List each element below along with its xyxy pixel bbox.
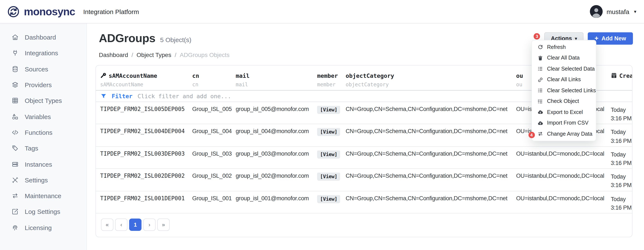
sidebar-item-dashboard[interactable]: Dashboard [0, 29, 86, 45]
view-button[interactable]: [View] [317, 195, 340, 203]
sidebar-item-licensing[interactable]: Licensing [0, 220, 86, 236]
sidebar-item-label: Licensing [25, 224, 52, 231]
pagination: « ‹ 1 › » [96, 213, 632, 237]
cell-objectcategory: CN=Group,CN=Schema,CN=Configuration,DC=m… [346, 173, 516, 179]
sidebar-item-tags[interactable]: Tags [0, 140, 86, 156]
sidebar-item-providers[interactable]: Providers [0, 77, 86, 93]
menu-item-label: Clear Selected Links [547, 88, 596, 94]
sidebar-item-log-settings[interactable]: Log Settings [0, 204, 86, 220]
table-row[interactable]: TIPDEP_FRM02_ISL001DEP001 Group_ISL_001 … [96, 191, 632, 213]
view-button[interactable]: [View] [317, 106, 340, 114]
column-header-created[interactable]: Created [611, 72, 632, 88]
menu-item-label: Import From CSV [547, 120, 588, 126]
cell-samaccountname: TIPDEP_FRM02_ISL002DEP002 [100, 173, 192, 179]
trash-icon [538, 55, 543, 61]
home-icon [12, 34, 19, 41]
brand-logo[interactable]: monosync Integration Platform [7, 5, 139, 18]
sidebar-item-maintenance[interactable]: Maintenance [0, 188, 86, 204]
menu-item-clear-selected-links[interactable]: Clear Selected Links [532, 85, 596, 96]
cloud-upload-icon [538, 120, 543, 126]
plug-icon [12, 50, 19, 57]
top-bar: monosync Integration Platform mustafa ▾ [0, 0, 644, 23]
grid-icon [12, 97, 19, 104]
menu-item-refresh[interactable]: Refresh [532, 42, 596, 52]
menu-item-clear-selected-data[interactable]: Clear Selected Data [532, 63, 596, 74]
column-header-member[interactable]: member member [317, 72, 346, 88]
edit-icon [12, 208, 19, 215]
filter-label: Filter [112, 93, 132, 100]
cell-created: Today 3:16 PM [611, 195, 632, 212]
pagination-last-button[interactable]: » [157, 219, 170, 231]
column-sublabel: sAMAccountName [100, 82, 192, 88]
menu-item-change-array-data[interactable]: Change Array Data [532, 128, 596, 139]
column-header-objectcategory[interactable]: objectCategory objectCategory [346, 72, 516, 88]
cell-cn: Group_ISL_005 [192, 106, 236, 112]
menu-item-clear-all-data[interactable]: Clear All Data [532, 52, 596, 63]
menu-item-label: Clear All Links [547, 77, 581, 83]
menu-item-import-from-csv[interactable]: Import From CSV [532, 118, 596, 128]
menu-item-label: Export to Excel [547, 109, 583, 115]
cell-ou: OU=istanbul,DC=monodc,DC=local [516, 150, 611, 157]
column-label: objectCategory [346, 72, 394, 79]
column-label: ou [516, 72, 523, 79]
user-menu[interactable]: mustafa ▾ [590, 5, 636, 18]
annotation-badge-4: 4 [528, 132, 535, 138]
add-new-button-label: Add New [602, 35, 626, 42]
layers-icon [12, 81, 19, 88]
pagination-prev-button[interactable]: ‹ [115, 219, 128, 231]
cell-samaccountname: TIPDEP_FRM02_ISL003DEP003 [100, 150, 192, 157]
menu-item-clear-all-links[interactable]: Clear All Links [532, 74, 596, 85]
menu-item-export-to-excel[interactable]: Export to Excel [532, 107, 596, 118]
cell-samaccountname: TIPDEP_FRM02_ISL005DEP005 [100, 106, 192, 112]
column-sublabel: cn [192, 82, 236, 88]
sidebar-item-integrations[interactable]: Integrations [0, 45, 86, 61]
column-header-cn[interactable]: cn cn [192, 72, 236, 88]
swap-arrows-icon [12, 192, 19, 199]
cell-objectcategory: CN=Group,CN=Schema,CN=Configuration,DC=m… [346, 150, 516, 157]
breadcrumb-object-types[interactable]: Object Types [136, 51, 171, 58]
view-button[interactable]: [View] [317, 150, 340, 159]
pagination-first-button[interactable]: « [101, 219, 113, 231]
server-icon [12, 160, 19, 168]
list-icon [538, 66, 543, 72]
brand-name: monosync [24, 5, 75, 18]
sidebar-item-sources[interactable]: Sources [0, 61, 86, 77]
breadcrumb-current: ADGroups Objects [180, 51, 229, 58]
view-button[interactable]: [View] [317, 128, 340, 136]
view-button[interactable]: [View] [317, 173, 340, 181]
sidebar-item-variables[interactable]: Variables [0, 109, 86, 125]
sidebar-item-label: Settings [25, 176, 48, 184]
swap-icon [538, 131, 543, 137]
sidebar-item-label: Object Types [25, 97, 62, 104]
pagination-page-1[interactable]: 1 [129, 219, 142, 231]
column-label: sAMAccountName [109, 72, 157, 79]
cell-cn: Group_ISL_004 [192, 128, 236, 134]
brand-subtitle: Integration Platform [83, 8, 139, 15]
table-row[interactable]: TIPDEP_FRM02_ISL002DEP002 Group_ISL_002 … [96, 169, 632, 191]
sidebar-item-label: Integrations [25, 50, 58, 57]
cell-mail: group_isl_004@monofor.com [236, 128, 317, 134]
checklist-icon [538, 98, 543, 104]
sidebar-item-functions[interactable]: Functions [0, 125, 86, 140]
column-header-mail[interactable]: mail mail [236, 72, 317, 88]
sidebar-item-settings[interactable]: Settings [0, 172, 86, 188]
filter-placeholder: Click filter and add one... [138, 93, 231, 100]
column-label: Created [619, 72, 632, 79]
key-icon [100, 72, 106, 79]
sidebar-item-label: Providers [25, 81, 52, 88]
column-header-samaccountname[interactable]: sAMAccountName sAMAccountName [100, 72, 192, 88]
breadcrumb-dashboard[interactable]: Dashboard [99, 51, 128, 58]
table-row[interactable]: TIPDEP_FRM02_ISL003DEP003 Group_ISL_003 … [96, 147, 632, 169]
sidebar-item-label: Dashboard [25, 34, 56, 41]
menu-item-label: Refresh [547, 44, 566, 50]
sidebar-item-object-types[interactable]: Object Types [0, 93, 86, 109]
sidebar-item-label: Sources [25, 65, 48, 73]
sidebar: Dashboard Integrations Sources Providers… [0, 23, 87, 250]
cell-objectcategory: CN=Group,CN=Schema,CN=Configuration,DC=m… [346, 106, 516, 112]
sidebar-item-instances[interactable]: Instances [0, 156, 86, 172]
breadcrumb-separator: / [132, 51, 133, 58]
pagination-next-button[interactable]: › [143, 219, 156, 231]
cell-created: Today 3:16 PM [611, 106, 632, 123]
cell-cn: Group_ISL_002 [192, 173, 236, 179]
menu-item-check-object[interactable]: Check Object [532, 96, 596, 107]
